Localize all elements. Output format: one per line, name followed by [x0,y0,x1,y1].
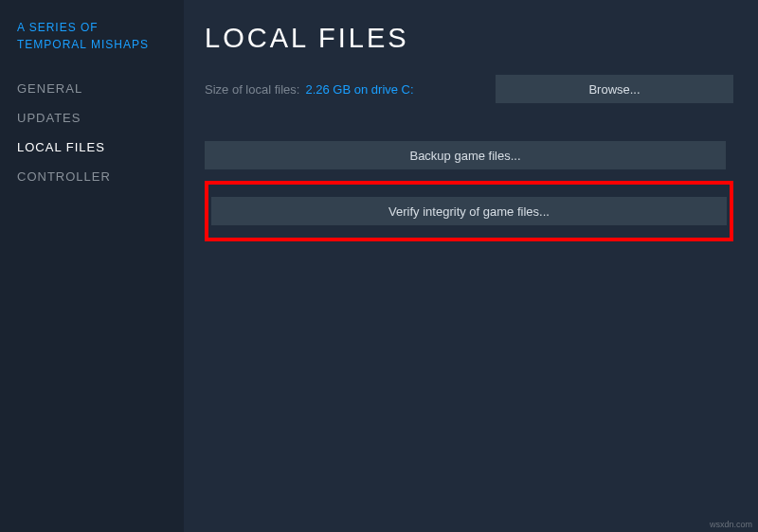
browse-button[interactable]: Browse... [496,75,733,103]
window: A SERIES OF TEMPORAL MISHAPS GENERAL UPD… [0,0,758,532]
nav-item-general[interactable]: GENERAL [17,74,184,103]
watermark: wsxdn.com [710,520,752,529]
size-label: Size of local files: [205,82,299,97]
nav-item-local-files[interactable]: LOCAL FILES [17,133,184,162]
main-panel: LOCAL FILES Size of local files: 2.26 GB… [184,0,758,532]
verify-button[interactable]: Verify integrity of game files... [211,197,727,225]
game-title: A SERIES OF TEMPORAL MISHAPS [17,19,184,53]
sidebar: A SERIES OF TEMPORAL MISHAPS GENERAL UPD… [0,0,184,532]
size-value: 2.26 GB on drive C: [305,82,413,97]
size-row: Size of local files: 2.26 GB on drive C:… [205,75,733,103]
nav-item-controller[interactable]: CONTROLLER [17,162,184,191]
highlight-annotation: Verify integrity of game files... [205,181,733,241]
backup-button[interactable]: Backup game files... [205,141,726,169]
nav-item-updates[interactable]: UPDATES [17,103,184,133]
page-title: LOCAL FILES [205,23,733,54]
